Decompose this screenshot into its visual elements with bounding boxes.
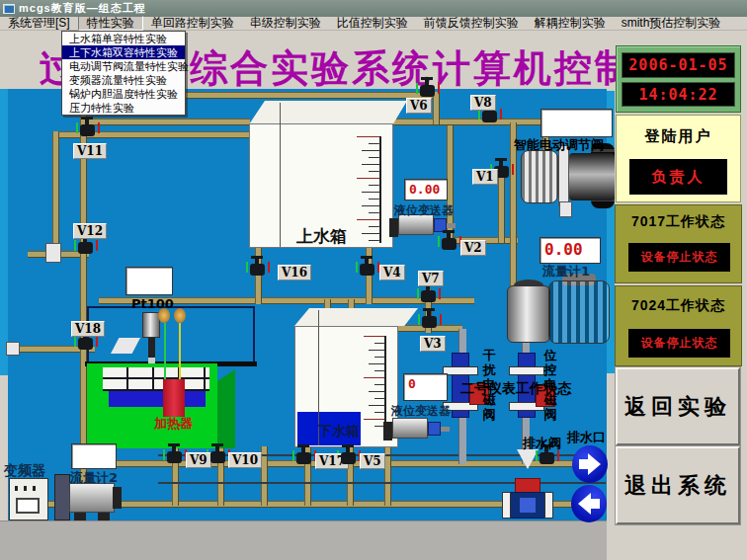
v17-valve-icon[interactable] xyxy=(296,452,311,464)
heater-element-icon xyxy=(163,379,185,417)
menu-valve-flow[interactable]: 电动调节阀流量特性实验 xyxy=(62,59,185,73)
characteristic-exp-dropdown: 上水箱单容特性实验上下水箱双容特性实验电动调节阀流量特性实验变频器流量特性实验锅… xyxy=(61,31,186,116)
transmitter-tip-icon xyxy=(428,422,441,436)
menu-bar: 系统管理[S]特性实验单回路控制实验串级控制实验比值控制实验前馈反馈控制实验解耦… xyxy=(0,17,747,31)
smart-valve-display xyxy=(540,109,613,137)
menu-system-manage[interactable]: 系统管理[S] xyxy=(0,17,78,30)
v10-valve-label: V10 xyxy=(228,452,262,468)
pt100-display xyxy=(125,267,173,295)
smart-valve-bracket xyxy=(558,145,569,206)
menu-pressure[interactable]: 压力特性实验 xyxy=(62,101,185,115)
valve-close-indicator xyxy=(268,262,270,273)
v11-valve-icon[interactable] xyxy=(80,124,95,136)
v12-valve-icon[interactable] xyxy=(78,242,93,254)
turbine-flowmeter-icon xyxy=(507,285,550,343)
menu-feedforward-feedback[interactable]: 前馈反馈控制实验 xyxy=(416,17,527,30)
pt100-stem-icon xyxy=(148,338,155,358)
lower-level-transmitter-label: 液位变送器 xyxy=(391,403,451,420)
drain-valve-icon[interactable] xyxy=(540,452,554,464)
lower-tank-top xyxy=(294,308,418,326)
v9-valve-icon[interactable] xyxy=(167,451,182,463)
solenoid-flange xyxy=(443,366,478,375)
menu-ratio[interactable]: 比值控制实验 xyxy=(329,17,416,30)
sensor-lead-yellow xyxy=(179,323,181,382)
mcgs-window: mcgs教育版—组态工程 系统管理[S]特性实验单回路控制实验串级控制实验比值控… xyxy=(0,0,747,560)
v16-valve-label: V16 xyxy=(278,265,311,280)
v16-valve-icon[interactable] xyxy=(250,264,265,276)
valve-close-indicator xyxy=(98,122,100,133)
inverter-panel xyxy=(16,498,40,514)
valve-open-indicator xyxy=(416,83,418,94)
back-to-experiment-button[interactable]: 返回实验 xyxy=(616,367,740,445)
menu-inverter-flow[interactable]: 变频器流量特性实验 xyxy=(62,73,185,87)
em-flowmeter-window xyxy=(520,498,536,513)
menu-smith-predictive[interactable]: smith预估控制实验 xyxy=(614,17,729,30)
tee-joint xyxy=(45,243,61,263)
upper-tank-top xyxy=(249,101,407,124)
smart-valve-tab xyxy=(559,201,572,217)
lower-tank-scale xyxy=(363,336,386,433)
valve-close-indicator xyxy=(500,109,502,120)
login-user-display: 负责人 xyxy=(629,159,727,195)
heater-inner-tank xyxy=(103,367,209,391)
login-label: 登陆用户 xyxy=(617,127,740,146)
flowmeter1-display: 0.00 xyxy=(540,237,601,264)
valve-open-indicator xyxy=(74,240,76,251)
frame-edge-left xyxy=(0,89,8,375)
pump-arrow-left-icon[interactable] xyxy=(571,485,607,522)
drain-valve-label: 排水阀 xyxy=(523,435,561,452)
v3-valve-icon[interactable] xyxy=(422,316,437,328)
status-7017-title: 7017工作状态 xyxy=(616,213,741,231)
sensor-lead-green xyxy=(164,323,166,382)
v4-valve-icon[interactable] xyxy=(360,264,374,276)
pump-arrow-right-icon[interactable] xyxy=(572,445,608,483)
flowmeter2-pump-icon xyxy=(69,483,115,513)
valve-close-indicator xyxy=(439,288,441,299)
valve-open-indicator xyxy=(76,122,78,133)
v3-valve-label: V3 xyxy=(420,336,446,352)
upper-tank-edge xyxy=(280,103,281,247)
v5-valve-icon[interactable] xyxy=(341,452,356,464)
menu-decoupling[interactable]: 解耦控制实验 xyxy=(527,17,614,30)
flowmeter2-display xyxy=(71,443,117,469)
v12-valve-label: V12 xyxy=(73,223,107,239)
v1-valve-label: V1 xyxy=(472,169,498,185)
menu-boiler-temp[interactable]: 锅炉内胆温度特性实验 xyxy=(62,87,185,101)
heater-inner-water xyxy=(109,391,206,407)
pt100-label: Pt100 xyxy=(131,296,174,311)
menu-characteristic-exp[interactable]: 特性实验 xyxy=(78,16,143,31)
v10-valve-icon[interactable] xyxy=(210,451,225,463)
floor xyxy=(0,520,607,560)
lower-tank-label: 下水箱 xyxy=(318,423,360,440)
lower-level-display: 0 xyxy=(403,373,448,401)
drain-outlet-label: 排水口 xyxy=(567,429,606,446)
status-7024-panel: 7024工作状态 设备停止状态 xyxy=(615,285,742,366)
smart-valve-actuator-icon[interactable] xyxy=(569,153,615,200)
v2-valve-label: V2 xyxy=(460,240,486,256)
exit-system-button[interactable]: 退出系统 xyxy=(616,446,740,524)
heater-frame xyxy=(87,306,255,365)
pump-foot xyxy=(74,513,86,520)
v8-valve-icon[interactable] xyxy=(482,111,497,122)
pump-mount xyxy=(54,474,70,520)
pipe-horizontal xyxy=(84,119,250,125)
menu-upper-tank-single[interactable]: 上水箱单容特性实验 xyxy=(62,32,185,45)
v18-valve-icon[interactable] xyxy=(78,338,93,350)
upper-level-transmitter-label: 液位变送器 xyxy=(394,202,454,219)
v6-valve-icon[interactable] xyxy=(420,85,435,97)
menu-upper-lower-dual[interactable]: 上下水箱双容特性实验 xyxy=(62,45,185,59)
menu-single-loop[interactable]: 单回路控制实验 xyxy=(143,17,242,30)
valve-close-indicator xyxy=(96,336,98,347)
status-7024-value: 设备停止状态 xyxy=(628,329,730,358)
v18-valve-label: V18 xyxy=(71,321,105,337)
valve-open-indicator xyxy=(417,288,419,299)
v2-valve-icon[interactable] xyxy=(442,238,456,250)
valve-close-indicator xyxy=(438,83,440,94)
v11-valve-label: V11 xyxy=(73,143,107,159)
v9-valve-label: V9 xyxy=(186,452,211,468)
v7-valve-icon[interactable] xyxy=(421,290,436,302)
pump-cap xyxy=(113,487,122,509)
menu-cascade[interactable]: 串级控制实验 xyxy=(242,17,329,30)
pipe-horizontal xyxy=(385,119,551,125)
status-7024-title: 7024工作状态 xyxy=(616,297,741,315)
